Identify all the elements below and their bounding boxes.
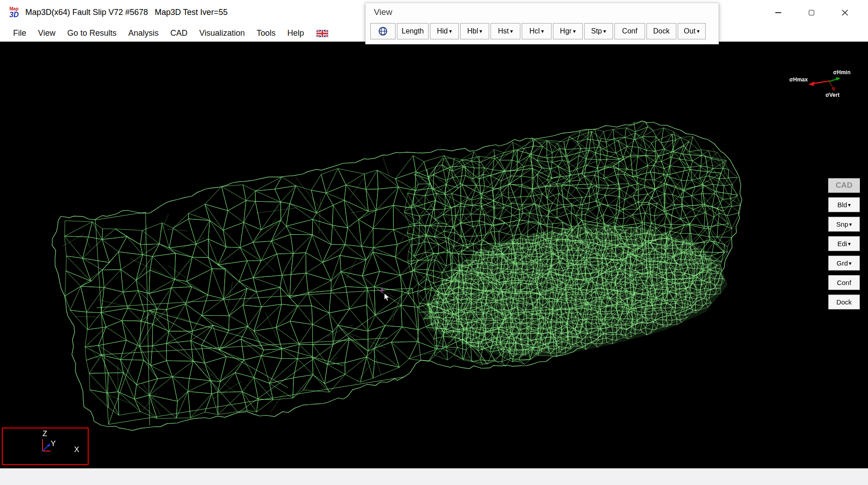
axis-z-label: Z [42, 429, 47, 438]
menu-go-to-results[interactable]: Go to Results [61, 27, 123, 40]
cad-dock-button[interactable]: Dock [828, 295, 860, 309]
cad-bld-button[interactable]: Bld▾ [828, 197, 860, 212]
cad-edi-button[interactable]: Edi▾ [828, 236, 860, 251]
maximize-icon [809, 10, 814, 15]
uk-flag-icon[interactable] [316, 30, 328, 37]
view-toolbar-title[interactable]: View [366, 3, 718, 23]
dropdown-arrow-icon: ▾ [573, 29, 576, 34]
sigma-hmin-label: σHmin [833, 69, 850, 76]
view-hgr-button[interactable]: Hgr▾ [553, 23, 583, 39]
axis-glyph-icon [38, 438, 61, 459]
view-length-button[interactable]: Length [397, 23, 429, 39]
window-title: Map3D(x64) Fault Slip V72 #5678 Map3D Te… [25, 8, 227, 17]
view-hcl-button[interactable]: Hcl▾ [522, 23, 552, 39]
view-hid-button[interactable]: Hid▾ [430, 23, 459, 39]
view-toolbar-buttons: Length Hid▾ Hbl▾ Hst▾ Hcl▾ Hgr▾ Stp▾ Con… [366, 23, 718, 39]
dropdown-arrow-icon: ▾ [849, 261, 851, 266]
dropdown-arrow-icon: ▾ [849, 222, 852, 227]
minimize-button[interactable] [768, 4, 788, 22]
globe-icon [378, 26, 388, 36]
view-stp-button[interactable]: Stp▾ [584, 23, 613, 39]
dropdown-arrow-icon: ▾ [697, 29, 699, 34]
dropdown-arrow-icon: ▾ [603, 29, 606, 34]
viewport-3d: σHmax σHmin σVert CAD Bld▾ Snp▾ Edi▾ Grd… [0, 42, 868, 468]
dropdown-arrow-icon: ▾ [479, 29, 482, 34]
cad-conf-button[interactable]: Conf [828, 275, 860, 290]
dropdown-arrow-icon: ▾ [541, 29, 544, 34]
view-dock-button[interactable]: Dock [646, 23, 676, 39]
map3d-window: Map 3D Map3D(x64) Fault Slip V72 #5678 M… [0, 0, 868, 485]
view-toolbar: View Length Hid▾ Hbl▾ Hst▾ [365, 3, 719, 44]
sigma-hmax-label: σHmax [789, 76, 808, 83]
view-out-button[interactable]: Out▾ [678, 23, 706, 39]
axis-x-label: X [74, 445, 79, 454]
sigma-vert-label: σVert [826, 92, 840, 98]
stress-orientation-indicator: σHmax σHmin σVert [782, 67, 867, 105]
cad-grd-button[interactable]: Grd▾ [828, 256, 860, 271]
dropdown-arrow-icon: ▾ [848, 241, 851, 247]
menu-visualization[interactable]: Visualization [193, 27, 251, 40]
menu-cad[interactable]: CAD [165, 27, 193, 40]
status-bar [0, 468, 868, 485]
mouse-cursor-icon [384, 293, 391, 302]
dropdown-arrow-icon: ▾ [848, 202, 851, 208]
maximize-button[interactable] [801, 4, 822, 22]
view-globe-button[interactable] [370, 23, 396, 39]
menu-file[interactable]: File [7, 27, 32, 40]
cad-panel-title[interactable]: CAD [828, 178, 860, 193]
view-hbl-button[interactable]: Hbl▾ [460, 23, 489, 39]
window-controls [755, 0, 868, 25]
mesh-canvas[interactable] [0, 42, 868, 468]
logo-text-top: Map [9, 7, 19, 11]
menu-tools[interactable]: Tools [251, 27, 282, 40]
menu-help[interactable]: Help [282, 27, 310, 40]
close-button[interactable] [835, 4, 855, 22]
cad-panel: CAD Bld▾ Snp▾ Edi▾ Grd▾ Conf Dock [828, 178, 860, 309]
axis-indicator: Z Y X [2, 428, 89, 465]
minimize-icon [775, 12, 781, 13]
view-hst-button[interactable]: Hst▾ [491, 23, 520, 39]
logo-text-bottom: 3D [9, 11, 19, 19]
close-icon [842, 10, 848, 16]
view-conf-button[interactable]: Conf [614, 23, 645, 39]
stress-arrows-icon [782, 67, 867, 105]
dropdown-arrow-icon: ▾ [510, 29, 513, 34]
menu-view[interactable]: View [32, 27, 61, 40]
menu-analysis[interactable]: Analysis [123, 27, 165, 40]
cad-snp-button[interactable]: Snp▾ [828, 217, 860, 232]
map3d-logo-icon: Map 3D [6, 5, 22, 21]
dropdown-arrow-icon: ▾ [449, 29, 452, 34]
